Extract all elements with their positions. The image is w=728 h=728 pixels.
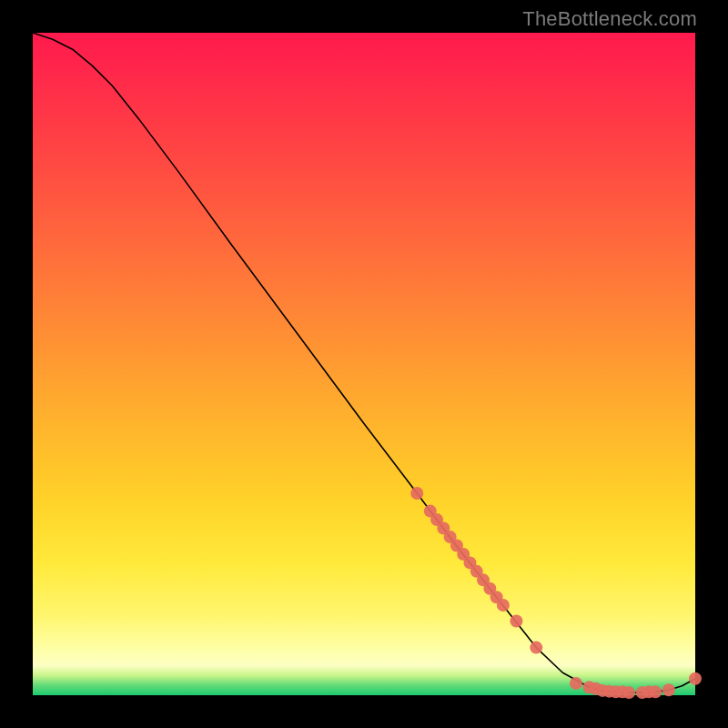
curve-line	[33, 33, 695, 693]
watermark-text: TheBottleneck.com	[522, 7, 697, 31]
data-point	[530, 642, 542, 654]
data-point	[689, 672, 702, 685]
chart-frame: TheBottleneck.com	[0, 0, 728, 728]
data-point	[662, 683, 675, 696]
data-point	[497, 599, 510, 612]
chart-overlay	[33, 33, 695, 695]
data-point	[570, 677, 582, 690]
data-point	[622, 686, 635, 699]
data-point	[410, 487, 423, 500]
data-point	[510, 614, 522, 627]
data-point	[649, 685, 662, 698]
